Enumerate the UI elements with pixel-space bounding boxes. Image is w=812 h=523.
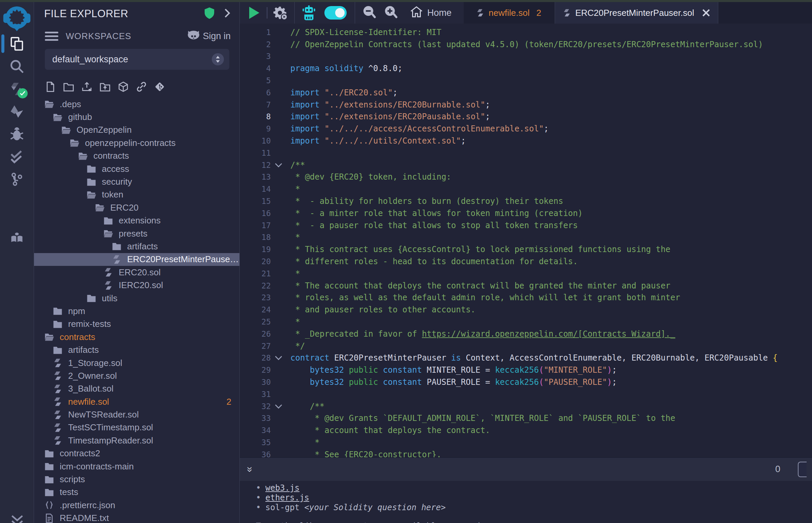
- rail-learneth[interactable]: [0, 228, 34, 250]
- code-line-13[interactable]: 13 * @dev {ERC20} token, including:: [240, 171, 812, 183]
- new-folder-icon[interactable]: [63, 81, 74, 92]
- terminal-search-input[interactable]: [798, 462, 807, 477]
- plugin-manager-icon[interactable]: [0, 514, 34, 523]
- code-line-20[interactable]: 20 * different roles - head to its docum…: [240, 255, 812, 268]
- rail-file-explorer[interactable]: [0, 32, 34, 55]
- tab-home[interactable]: Home: [402, 6, 460, 20]
- tree-folder-OpenZeppelin[interactable]: OpenZeppelin: [34, 124, 240, 137]
- code-line-34[interactable]: 34 * account that deploys the contract.: [240, 424, 812, 436]
- ai-copilot-robot-icon[interactable]: [298, 2, 320, 23]
- chevron-right-icon[interactable]: [223, 8, 231, 20]
- link-icon[interactable]: [136, 81, 147, 92]
- code-line-14[interactable]: 14 *: [240, 183, 812, 195]
- code-editor[interactable]: 1 // SPDX-License-Identifier: MIT 2 // O…: [240, 23, 812, 457]
- ai-copilot-toggle[interactable]: [324, 6, 347, 20]
- rail-git[interactable]: [0, 168, 34, 191]
- tree-folder-npm[interactable]: npm: [34, 305, 240, 318]
- tree-file-ERC20.sol[interactable]: ERC20.sol: [34, 266, 240, 279]
- code-line-31[interactable]: 31: [240, 388, 812, 400]
- terminal-expand-icon[interactable]: »: [245, 464, 256, 475]
- tree-folder-.deps[interactable]: .deps: [34, 98, 240, 110]
- tree-file-NewTSReader.sol[interactable]: NewTSReader.sol: [34, 408, 240, 421]
- workspaces-menu-icon[interactable]: [45, 30, 58, 43]
- code-line-33[interactable]: 33 * @dev Grants `DEFAULT_ADMIN_ROLE`, `…: [240, 413, 812, 425]
- run-script-button[interactable]: [243, 2, 265, 23]
- rail-search[interactable]: [0, 55, 34, 77]
- code-line-5[interactable]: 5: [240, 74, 812, 87]
- code-line-26[interactable]: 26 * _Deprecated in favor of https://wiz…: [240, 328, 812, 340]
- tree-folder-contracts2[interactable]: contracts2: [34, 447, 240, 460]
- tree-folder-ERC20[interactable]: ERC20: [34, 201, 240, 214]
- tree-folder-artifacts[interactable]: artifacts: [34, 343, 240, 356]
- tree-file-TimestampReader.sol[interactable]: TimestampReader.sol: [34, 434, 240, 447]
- code-line-17[interactable]: 17 * - a pauser role that allows to stop…: [240, 219, 812, 232]
- terminal-link[interactable]: web3.js: [265, 483, 299, 493]
- tree-file-3_Ballot.sol[interactable]: 3_Ballot.sol: [34, 382, 240, 395]
- rail-solidity-compiler[interactable]: [0, 77, 34, 100]
- script-config-icon[interactable]: [269, 2, 291, 23]
- code-line-2[interactable]: 2 // OpenZeppelin Contracts (last update…: [240, 38, 812, 51]
- tree-folder-contracts[interactable]: contracts: [34, 330, 240, 343]
- code-line-1[interactable]: 1 // SPDX-License-Identifier: MIT: [240, 26, 812, 38]
- tree-file-1_Storage.sol[interactable]: 1_Storage.sol: [34, 357, 240, 369]
- code-line-36[interactable]: 36 * See {ERC20-constructor}.: [240, 449, 812, 457]
- tree-file-.prettierrc.json[interactable]: .prettierrc.json: [34, 499, 240, 511]
- tree-folder-scripts[interactable]: scripts: [34, 473, 240, 486]
- tree-file-README.txt[interactable]: README.txt: [34, 512, 240, 523]
- tree-folder-artifacts[interactable]: artifacts: [34, 240, 240, 253]
- code-line-35[interactable]: 35 *: [240, 436, 812, 449]
- rail-debugger[interactable]: [0, 123, 34, 145]
- code-line-22[interactable]: 22 * The account that deploys the contra…: [240, 280, 812, 292]
- tree-folder-presets[interactable]: presets: [34, 227, 240, 240]
- code-line-24[interactable]: 24 * and pauser roles to other accounts.: [240, 304, 812, 316]
- upload-folder-icon[interactable]: [100, 81, 111, 92]
- tree-folder-remix-tests[interactable]: remix-tests: [34, 318, 240, 330]
- code-line-18[interactable]: 18 *: [240, 232, 812, 244]
- terminal-link[interactable]: ethers.js: [265, 493, 309, 502]
- fold-chevron-icon[interactable]: [271, 356, 286, 360]
- tree-folder-security[interactable]: security: [34, 175, 240, 188]
- code-line-29[interactable]: 29 bytes32 public constant MINTER_ROLE =…: [240, 364, 812, 376]
- tree-file-TestSCTimestamp.sol[interactable]: TestSCTimestamp.sol: [34, 421, 240, 434]
- code-line-15[interactable]: 15 * - ability for holders to burn (dest…: [240, 195, 812, 207]
- code-line-28[interactable]: 28 contract ERC20PresetMinterPauser is C…: [240, 352, 812, 364]
- code-line-10[interactable]: 10 import "../../../utils/Context.sol";: [240, 135, 812, 147]
- tab-ERC20PresetMinterPauser.sol[interactable]: ERC20PresetMinterPauser.sol: [555, 2, 718, 23]
- tree-file-ERC20PresetMinterPauser...[interactable]: ERC20PresetMinterPauser...: [34, 253, 240, 266]
- tree-file-2_Owner.sol[interactable]: 2_Owner.sol: [34, 369, 240, 382]
- github-sign-in[interactable]: Sign in: [188, 30, 231, 42]
- tree-folder-token[interactable]: token: [34, 188, 240, 201]
- tree-file-newfile.sol[interactable]: newfile.sol2: [34, 395, 240, 408]
- tab-newfile.sol[interactable]: newfile.sol2: [469, 2, 549, 23]
- workspace-select[interactable]: default_workspace: [45, 49, 229, 70]
- tree-folder-utils[interactable]: utils: [34, 292, 240, 305]
- code-line-4[interactable]: 4 pragma solidity ^0.8.0;: [240, 62, 812, 74]
- tree-folder-openzeppelin-contracts[interactable]: openzeppelin-contracts: [34, 137, 240, 149]
- code-line-11[interactable]: 11: [240, 147, 812, 159]
- code-line-27[interactable]: 27 */: [240, 340, 812, 352]
- fold-chevron-icon[interactable]: [271, 404, 286, 409]
- cube-icon[interactable]: [118, 81, 129, 92]
- tab-close-icon[interactable]: [702, 8, 710, 17]
- code-line-19[interactable]: 19 * This contract uses {AccessControl} …: [240, 243, 812, 255]
- code-line-16[interactable]: 16 * - a minter role that allows for tok…: [240, 207, 812, 219]
- code-line-9[interactable]: 9 import "../../../access/AccessControlE…: [240, 123, 812, 135]
- tree-folder-extensions[interactable]: extensions: [34, 214, 240, 227]
- tree-folder-icm-contracts-main[interactable]: icm-contracts-main: [34, 460, 240, 473]
- fold-chevron-icon[interactable]: [271, 163, 286, 167]
- upload-file-icon[interactable]: [81, 81, 92, 92]
- code-line-23[interactable]: 23 * roles, as well as the default admin…: [240, 292, 812, 304]
- code-line-25[interactable]: 25 *: [240, 316, 812, 328]
- rail-unit-testing[interactable]: [0, 145, 34, 168]
- code-line-8[interactable]: 8 import "../extensions/ERC20Pausable.so…: [240, 111, 812, 123]
- code-line-12[interactable]: 12 /**: [240, 159, 812, 171]
- code-line-7[interactable]: 7 import "../extensions/ERC20Burnable.so…: [240, 99, 812, 111]
- code-line-30[interactable]: 30 bytes32 public constant PAUSER_ROLE =…: [240, 376, 812, 388]
- code-line-3[interactable]: 3: [240, 51, 812, 63]
- code-line-32[interactable]: 32 /**: [240, 400, 812, 413]
- git-diamond-icon[interactable]: [154, 81, 165, 92]
- tree-folder-tests[interactable]: tests: [34, 486, 240, 499]
- tree-folder-github[interactable]: github: [34, 110, 240, 123]
- zoom-in-icon[interactable]: [380, 2, 402, 23]
- code-line-6[interactable]: 6 import "../ERC20.sol";: [240, 87, 812, 99]
